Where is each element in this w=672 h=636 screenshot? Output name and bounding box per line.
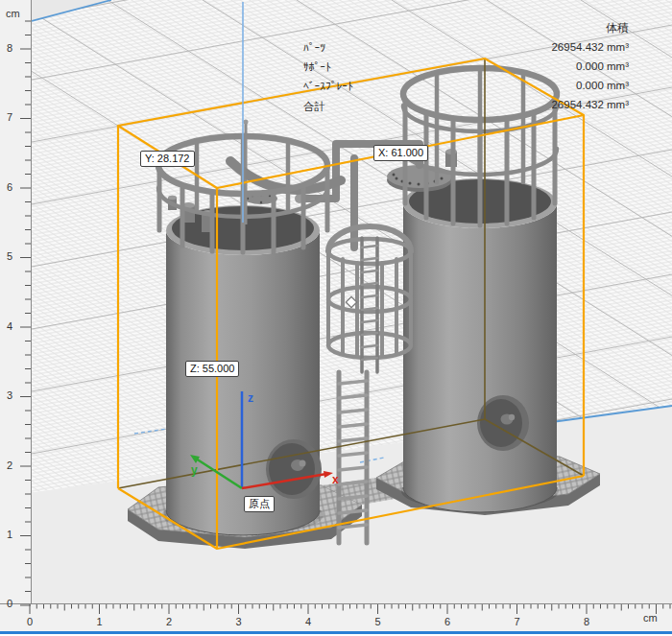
ruler-bottom-5: 5 (369, 616, 388, 628)
origin-label: 原点 (244, 496, 275, 512)
stat-value-baseplate: 0.000 mm³ (576, 80, 629, 91)
stat-label-baseplate: ﾍﾞｰｽﾌﾟﾚｰﾄ (303, 81, 353, 92)
ruler-bottom-unit: cm (643, 612, 658, 624)
dimension-label-z: Z: 55.000 (185, 361, 239, 377)
y-axis-label: y (191, 463, 198, 477)
stat-value-support: 0.000 mm³ (576, 60, 629, 72)
3d-viewport[interactable]: z y x (0, 0, 672, 636)
ruler-bottom-7: 7 (508, 616, 527, 628)
ruler-left-6: 6 (0, 181, 19, 194)
z-axis-label: z (248, 391, 253, 405)
ruler-bottom-2: 2 (159, 616, 179, 628)
ruler-left-ticks (20, 21, 31, 605)
ruler-left-1: 1 (0, 529, 19, 541)
stat-value-parts: 26954.432 mm³ (551, 41, 629, 53)
ruler-bottom-1: 1 (90, 616, 109, 628)
flange-right (387, 165, 452, 192)
ruler-bottom-ticks (30, 604, 670, 614)
manhole-left (266, 439, 322, 499)
ruler-left-7: 7 (0, 111, 19, 124)
stat-value-total: 26954.432 mm³ (551, 99, 629, 110)
slicer-window: z y x cm cm 体積 ﾊﾟｰﾂ ｻﾎﾟｰﾄ ﾍﾞｰｽﾌﾟﾚｰﾄ 合計 2… (0, 0, 672, 636)
ruler-left-3: 3 (0, 389, 19, 402)
ruler-bottom-3: 3 (229, 616, 249, 628)
dimension-label-y: Y: 28.172 (140, 151, 195, 167)
dimension-label-x: X: 61.000 (373, 145, 428, 161)
ruler-bottom-0: 0 (20, 616, 39, 628)
ruler-left-0: 0 (0, 598, 19, 610)
ruler-bottom-8: 8 (577, 616, 596, 628)
ruler-bottom-4: 4 (299, 616, 318, 628)
volume-header: 体積 (606, 20, 629, 36)
ruler-left-8: 8 (0, 42, 19, 55)
stat-label-support: ｻﾎﾟｰﾄ (303, 61, 331, 73)
ruler-left-4: 4 (0, 320, 19, 333)
ruler-bottom-6: 6 (438, 616, 457, 628)
x-axis-label: x (332, 473, 339, 486)
ruler-left-5: 5 (0, 250, 19, 263)
stat-label-total: 合計 (303, 100, 325, 114)
stat-label-parts: ﾊﾟｰﾂ (303, 42, 325, 54)
ruler-left-2: 2 (0, 459, 19, 472)
ruler-left-unit: cm (6, 8, 20, 19)
